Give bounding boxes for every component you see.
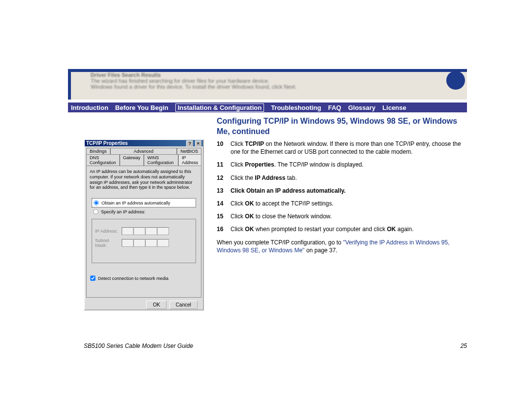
nav-introduction[interactable]: Introduction	[71, 104, 108, 111]
nav-license[interactable]: License	[382, 104, 406, 111]
step-10: 10Click TCP/IP on the Network window. If…	[217, 140, 468, 156]
dialog-title: TCP/IP Properties	[86, 140, 128, 146]
step-text: Click TCP/IP on the Network window. If t…	[231, 140, 468, 156]
detect-checkbox[interactable]	[90, 275, 95, 280]
dialog-ok-button[interactable]: OK	[146, 301, 166, 309]
dialog-cancel-button[interactable]: Cancel	[169, 301, 198, 309]
instruction-steps: 10Click TCP/IP on the Network window. If…	[217, 140, 468, 254]
ip-address-input	[122, 227, 169, 235]
tab-gateway[interactable]: Gateway	[120, 154, 144, 166]
nav-installation-configuration[interactable]: Installation & Configuration	[175, 103, 264, 112]
radio-obtain-auto-label: Obtain an IP address automatically	[101, 201, 170, 206]
step-14: 14Click OK to accept the TCP/IP settings…	[217, 200, 468, 207]
footer-guide-title: SB5100 Series Cable Modem User Guide	[84, 342, 193, 349]
detect-connection-row[interactable]: Detect connection to network media	[90, 275, 198, 281]
tcpip-properties-dialog: TCP/IP Properties ? × Bindings Advanced …	[84, 139, 204, 310]
dialog-titlebar: TCP/IP Properties ? ×	[85, 140, 203, 146]
radio-obtain-auto[interactable]: Obtain an IP address automatically	[92, 198, 196, 207]
completion-suffix: on page 37.	[304, 247, 337, 254]
step-11: 11Click Properties. The TCP/IP window is…	[217, 161, 468, 169]
tab-advanced[interactable]: Advanced	[110, 148, 177, 154]
step-text: Click OK to accept the TCP/IP settings.	[231, 200, 468, 207]
brand-logo-icon	[446, 71, 465, 90]
step-text: Click OK when prompted to restart your c…	[231, 225, 468, 233]
step-number: 10	[217, 140, 231, 156]
step-number: 11	[217, 161, 231, 169]
step-number: 12	[217, 174, 231, 182]
step-number: 15	[217, 212, 231, 220]
subnet-mask-label: Subnet Mask:	[95, 238, 122, 248]
dialog-help-button[interactable]: ?	[186, 140, 193, 146]
radio-specify-label: Specify an IP address:	[101, 209, 145, 214]
tab-netbios[interactable]: NetBIOS	[177, 148, 201, 154]
tab-wins[interactable]: WINS Configuration	[144, 154, 178, 166]
radio-obtain-auto-input[interactable]	[94, 200, 99, 205]
nav-troubleshooting[interactable]: Troubleshooting	[271, 104, 321, 111]
completion-prefix: When you complete TCP/IP configuration, …	[217, 239, 343, 246]
step-13: 13Click Obtain an IP address automatical…	[217, 187, 468, 195]
top-wizard-banner: Driver Files Search Results The wizard h…	[68, 69, 467, 100]
step-number: 13	[217, 187, 231, 195]
dialog-description: An IP address can be automatically assig…	[90, 169, 198, 190]
step-number: 16	[217, 225, 231, 233]
tab-dns[interactable]: DNS Configuration	[86, 154, 120, 166]
banner-line-1: The wizard has finished searching for dr…	[71, 78, 467, 84]
nav-glossary[interactable]: Glossary	[348, 104, 376, 111]
tab-bindings[interactable]: Bindings	[86, 148, 110, 154]
radio-specify-input[interactable]	[93, 209, 98, 214]
nav-faq[interactable]: FAQ	[328, 104, 341, 111]
nav-before-you-begin[interactable]: Before You Begin	[115, 104, 168, 111]
footer-page-number: 25	[461, 342, 467, 349]
completion-paragraph: When you complete TCP/IP configuration, …	[217, 239, 468, 254]
step-number: 14	[217, 200, 231, 207]
step-text: Click the IP Address tab.	[231, 174, 468, 182]
step-text: Click Obtain an IP address automatically…	[231, 187, 468, 195]
step-15: 15Click OK to close the Network window.	[217, 212, 468, 220]
step-16: 16Click OK when prompted to restart your…	[217, 225, 468, 233]
section-heading: Configuring TCP/IP in Windows 95, Window…	[217, 116, 468, 137]
ip-fieldset: IP Address: Subnet Mask:	[92, 219, 196, 263]
step-text: Click Properties. The TCP/IP window is d…	[231, 161, 468, 169]
step-text: Click OK to close the Network window.	[231, 212, 468, 220]
step-12: 12Click the IP Address tab.	[217, 174, 468, 182]
subnet-mask-input	[122, 239, 169, 247]
detect-label: Detect connection to network media	[98, 276, 168, 281]
tab-ip-address[interactable]: IP Address	[178, 154, 201, 166]
radio-specify[interactable]: Specify an IP address:	[92, 207, 196, 216]
main-nav: Introduction Before You Begin Installati…	[68, 103, 467, 112]
banner-title: Driver Files Search Results	[71, 72, 467, 78]
banner-line-3: Windows found a driver for this device. …	[71, 84, 467, 90]
ip-address-label: IP Address:	[95, 229, 122, 234]
dialog-close-button[interactable]: ×	[195, 140, 201, 146]
